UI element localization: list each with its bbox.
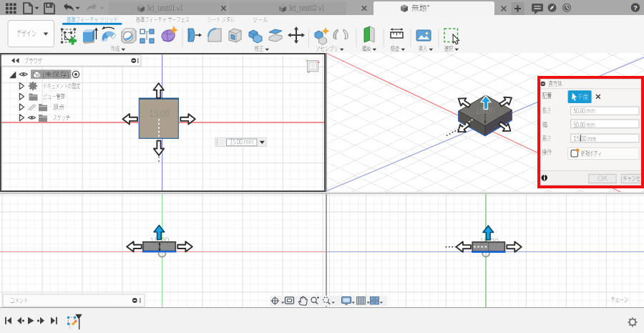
svg-text:?: ? xyxy=(633,4,638,11)
